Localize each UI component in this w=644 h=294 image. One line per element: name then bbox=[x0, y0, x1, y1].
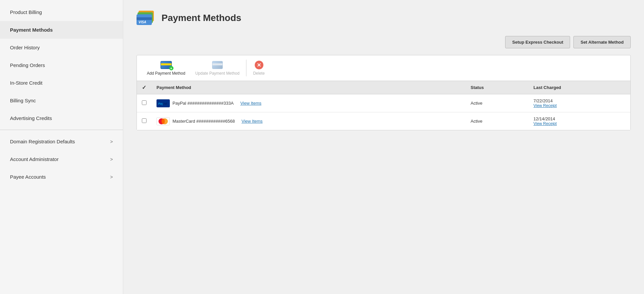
delete-icon: ✕ bbox=[254, 60, 264, 70]
row-checkbox[interactable] bbox=[142, 118, 147, 123]
sidebar-item-advertising-credits[interactable]: Advertising Credits bbox=[0, 109, 123, 127]
update-card-icon bbox=[212, 60, 223, 70]
row-checkbox[interactable] bbox=[142, 100, 147, 105]
page-title: Payment Methods bbox=[161, 13, 241, 23]
main-content: VISA Payment Methods Setup Express Check… bbox=[123, 0, 644, 294]
mastercard-icon bbox=[157, 117, 170, 125]
status-header: Status bbox=[466, 81, 528, 94]
wallet-icon: VISA bbox=[137, 10, 157, 26]
svg-rect-3 bbox=[137, 17, 152, 20]
view-receipt-link[interactable]: View Receipt bbox=[533, 121, 625, 126]
sidebar-item-payee-accounts[interactable]: Payee Accounts > bbox=[0, 168, 123, 186]
payment-method-number: ###############333A bbox=[187, 101, 234, 106]
paypal-icon: Pay Pal bbox=[157, 99, 170, 107]
toolbar-separator bbox=[246, 60, 246, 76]
sidebar-item-label: Payment Methods bbox=[10, 27, 53, 33]
sidebar-item-label: Order History bbox=[10, 45, 40, 50]
row-select-cell bbox=[137, 94, 152, 112]
set-alternate-method-button[interactable]: Set Alternate Method bbox=[573, 36, 631, 48]
svg-point-13 bbox=[161, 118, 165, 124]
select-all-header: ✓ bbox=[137, 81, 152, 94]
sidebar-item-label: Advertising Credits bbox=[10, 115, 52, 121]
action-buttons-row: Setup Express Checkout Set Alternate Met… bbox=[137, 36, 631, 48]
chevron-right-icon: > bbox=[110, 157, 113, 162]
chevron-right-icon: > bbox=[110, 174, 113, 180]
last-charged-date: 7/22/2014 bbox=[533, 98, 553, 103]
payment-method-cell: MasterCard ############6568 View Items bbox=[152, 112, 466, 130]
add-payment-method-button[interactable]: + Add Payment Method bbox=[142, 59, 190, 77]
chevron-right-icon: > bbox=[110, 139, 113, 144]
svg-text:✕: ✕ bbox=[257, 62, 261, 68]
sidebar-item-label: Domain Registration Defaults bbox=[10, 139, 75, 144]
sidebar-item-label: Product Billing bbox=[10, 9, 42, 15]
row-select-cell bbox=[137, 112, 152, 130]
payment-method-name: MasterCard bbox=[172, 119, 195, 124]
last-charged-date: 12/14/2014 bbox=[533, 116, 555, 121]
delete-button[interactable]: ✕ Delete bbox=[248, 59, 270, 77]
payment-panel: + Add Payment Method Update Payment Meth… bbox=[137, 55, 631, 130]
view-items-link[interactable]: View Items bbox=[241, 119, 262, 124]
last-charged-cell: 12/14/2014 View Receipt bbox=[528, 112, 630, 130]
view-items-link[interactable]: View Items bbox=[240, 101, 261, 106]
status-cell: Active bbox=[466, 94, 528, 112]
table-row: MasterCard ############6568 View Items A… bbox=[137, 112, 630, 130]
last-charged-header: Last Charged bbox=[528, 81, 630, 94]
sidebar-item-billing-sync[interactable]: Billing Sync bbox=[0, 92, 123, 109]
svg-text:Pal: Pal bbox=[162, 102, 167, 105]
sidebar-item-pending-orders[interactable]: Pending Orders bbox=[0, 56, 123, 74]
view-receipt-link[interactable]: View Receipt bbox=[533, 103, 625, 108]
sidebar-item-label: In-Store Credit bbox=[10, 80, 43, 86]
sidebar-item-domain-registration[interactable]: Domain Registration Defaults > bbox=[0, 133, 123, 150]
sidebar: Product Billing Payment Methods Order Hi… bbox=[0, 0, 123, 294]
payment-method-name: PayPal bbox=[172, 101, 186, 106]
table-header-row: ✓ Payment Method Status Last Charged bbox=[137, 81, 630, 94]
svg-text:VISA: VISA bbox=[139, 20, 146, 24]
update-payment-method-button[interactable]: Update Payment Method bbox=[190, 59, 244, 77]
sidebar-item-in-store-credit[interactable]: In-Store Credit bbox=[0, 74, 123, 92]
payment-table: ✓ Payment Method Status Last Charged bbox=[137, 81, 630, 130]
page-header: VISA Payment Methods bbox=[137, 10, 631, 26]
status-cell: Active bbox=[466, 112, 528, 130]
add-card-icon: + bbox=[161, 60, 171, 70]
setup-express-checkout-button[interactable]: Setup Express Checkout bbox=[505, 36, 570, 48]
payment-method-number: ############6568 bbox=[196, 119, 235, 124]
sidebar-item-label: Billing Sync bbox=[10, 98, 36, 103]
payment-method-header: Payment Method bbox=[152, 81, 466, 94]
panel-toolbar: + Add Payment Method Update Payment Meth… bbox=[137, 55, 630, 81]
payment-method-cell: Pay Pal PayPal ###############333A View … bbox=[152, 94, 466, 112]
sidebar-item-label: Pending Orders bbox=[10, 62, 45, 68]
sidebar-item-product-billing[interactable]: Product Billing bbox=[0, 3, 123, 21]
sidebar-item-account-administrator[interactable]: Account Administrator > bbox=[0, 150, 123, 168]
sidebar-divider bbox=[0, 130, 123, 130]
sidebar-item-payment-methods[interactable]: Payment Methods bbox=[0, 21, 123, 39]
last-charged-cell: 7/22/2014 View Receipt bbox=[528, 94, 630, 112]
sidebar-item-label: Account Administrator bbox=[10, 156, 59, 162]
table-row: Pay Pal PayPal ###############333A View … bbox=[137, 94, 630, 112]
sidebar-item-label: Payee Accounts bbox=[10, 174, 46, 180]
sidebar-item-order-history[interactable]: Order History bbox=[0, 39, 123, 56]
